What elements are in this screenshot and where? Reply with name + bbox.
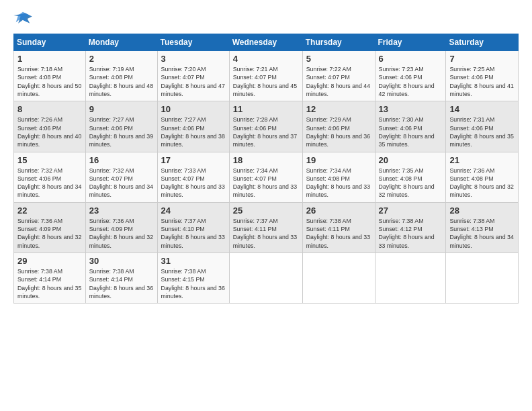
day-info: Sunrise: 7:34 AMSunset: 4:08 PMDaylight:…	[306, 167, 371, 199]
logo	[13, 11, 34, 27]
day-number: 26	[306, 205, 371, 216]
day-info: Sunrise: 7:23 AMSunset: 4:06 PMDaylight:…	[379, 65, 443, 98]
day-cell-15: 15Sunrise: 7:32 AMSunset: 4:06 PMDayligh…	[14, 152, 86, 202]
day-number: 23	[89, 205, 154, 216]
header-sunday: Sunday	[14, 34, 86, 51]
day-number: 14	[449, 104, 515, 114]
day-info: Sunrise: 7:18 AMSunset: 4:08 PMDaylight:…	[17, 65, 82, 98]
day-info: Sunrise: 7:25 AMSunset: 4:06 PMDaylight:…	[449, 65, 515, 98]
header-row: SundayMondayTuesdayWednesdayThursdayFrid…	[14, 34, 519, 51]
day-number: 29	[17, 256, 82, 266]
day-cell-11: 11Sunrise: 7:28 AMSunset: 4:06 PMDayligh…	[229, 101, 302, 152]
day-number: 17	[161, 155, 226, 165]
logo-icon	[13, 11, 34, 27]
day-info: Sunrise: 7:27 AMSunset: 4:06 PMDaylight:…	[89, 116, 154, 148]
day-cell-22: 22Sunrise: 7:36 AMSunset: 4:09 PMDayligh…	[14, 202, 86, 253]
day-cell-1: 1Sunrise: 7:18 AMSunset: 4:08 PMDaylight…	[14, 51, 86, 101]
day-number: 15	[17, 155, 82, 165]
day-number: 28	[449, 205, 515, 216]
day-cell-9: 9Sunrise: 7:27 AMSunset: 4:06 PMDaylight…	[85, 101, 157, 152]
header	[13, 11, 519, 27]
header-thursday: Thursday	[302, 34, 375, 51]
day-number: 16	[89, 155, 154, 165]
empty-cell	[302, 253, 375, 304]
day-info: Sunrise: 7:36 AMSunset: 4:09 PMDaylight:…	[17, 217, 82, 250]
day-cell-21: 21Sunrise: 7:36 AMSunset: 4:08 PMDayligh…	[446, 152, 519, 202]
day-number: 13	[379, 104, 443, 114]
day-number: 18	[233, 155, 299, 165]
calendar-header: SundayMondayTuesdayWednesdayThursdayFrid…	[14, 34, 519, 51]
day-info: Sunrise: 7:21 AMSunset: 4:07 PMDaylight:…	[233, 65, 299, 98]
day-cell-8: 8Sunrise: 7:26 AMSunset: 4:06 PMDaylight…	[14, 101, 86, 152]
header-wednesday: Wednesday	[229, 34, 302, 51]
day-number: 5	[306, 54, 371, 64]
week-row-5: 29Sunrise: 7:38 AMSunset: 4:14 PMDayligh…	[14, 253, 519, 304]
day-cell-6: 6Sunrise: 7:23 AMSunset: 4:06 PMDaylight…	[375, 51, 446, 101]
day-info: Sunrise: 7:28 AMSunset: 4:06 PMDaylight:…	[233, 116, 299, 148]
day-info: Sunrise: 7:38 AMSunset: 4:14 PMDaylight:…	[17, 267, 82, 300]
header-monday: Monday	[85, 34, 157, 51]
day-cell-23: 23Sunrise: 7:36 AMSunset: 4:09 PMDayligh…	[85, 202, 157, 253]
day-cell-28: 28Sunrise: 7:38 AMSunset: 4:13 PMDayligh…	[446, 202, 519, 253]
day-info: Sunrise: 7:22 AMSunset: 4:07 PMDaylight:…	[306, 65, 371, 98]
day-number: 7	[449, 54, 515, 64]
day-number: 30	[89, 256, 154, 266]
day-cell-2: 2Sunrise: 7:19 AMSunset: 4:08 PMDaylight…	[85, 51, 157, 101]
page: SundayMondayTuesdayWednesdayThursdayFrid…	[0, 0, 532, 411]
day-number: 10	[161, 104, 226, 114]
day-number: 24	[161, 205, 226, 216]
day-cell-16: 16Sunrise: 7:32 AMSunset: 4:07 PMDayligh…	[85, 152, 157, 202]
day-info: Sunrise: 7:19 AMSunset: 4:08 PMDaylight:…	[89, 65, 154, 98]
day-info: Sunrise: 7:32 AMSunset: 4:06 PMDaylight:…	[17, 167, 82, 199]
header-tuesday: Tuesday	[157, 34, 229, 51]
day-info: Sunrise: 7:31 AMSunset: 4:06 PMDaylight:…	[449, 116, 515, 148]
day-info: Sunrise: 7:36 AMSunset: 4:09 PMDaylight:…	[89, 217, 154, 250]
empty-cell	[375, 253, 446, 304]
day-cell-5: 5Sunrise: 7:22 AMSunset: 4:07 PMDaylight…	[302, 51, 375, 101]
day-number: 3	[161, 54, 226, 64]
day-info: Sunrise: 7:20 AMSunset: 4:07 PMDaylight:…	[161, 65, 226, 98]
day-number: 20	[379, 155, 443, 165]
week-row-2: 8Sunrise: 7:26 AMSunset: 4:06 PMDaylight…	[14, 101, 519, 152]
day-info: Sunrise: 7:27 AMSunset: 4:06 PMDaylight:…	[161, 116, 226, 148]
day-cell-27: 27Sunrise: 7:38 AMSunset: 4:12 PMDayligh…	[375, 202, 446, 253]
day-cell-19: 19Sunrise: 7:34 AMSunset: 4:08 PMDayligh…	[302, 152, 375, 202]
day-info: Sunrise: 7:37 AMSunset: 4:11 PMDaylight:…	[233, 217, 299, 250]
day-number: 25	[233, 205, 299, 216]
empty-cell	[229, 253, 302, 304]
day-number: 22	[17, 205, 82, 216]
day-info: Sunrise: 7:38 AMSunset: 4:15 PMDaylight:…	[161, 267, 226, 300]
day-number: 21	[449, 155, 515, 165]
day-info: Sunrise: 7:29 AMSunset: 4:06 PMDaylight:…	[306, 116, 371, 148]
day-cell-17: 17Sunrise: 7:33 AMSunset: 4:07 PMDayligh…	[157, 152, 229, 202]
day-cell-29: 29Sunrise: 7:38 AMSunset: 4:14 PMDayligh…	[14, 253, 86, 304]
day-cell-12: 12Sunrise: 7:29 AMSunset: 4:06 PMDayligh…	[302, 101, 375, 152]
day-cell-30: 30Sunrise: 7:38 AMSunset: 4:14 PMDayligh…	[85, 253, 157, 304]
day-cell-4: 4Sunrise: 7:21 AMSunset: 4:07 PMDaylight…	[229, 51, 302, 101]
day-info: Sunrise: 7:38 AMSunset: 4:12 PMDaylight:…	[379, 217, 443, 250]
day-cell-13: 13Sunrise: 7:30 AMSunset: 4:06 PMDayligh…	[375, 101, 446, 152]
day-cell-10: 10Sunrise: 7:27 AMSunset: 4:06 PMDayligh…	[157, 101, 229, 152]
day-info: Sunrise: 7:33 AMSunset: 4:07 PMDaylight:…	[161, 167, 226, 199]
day-number: 11	[233, 104, 299, 114]
logo-bird-icon	[13, 11, 32, 27]
calendar-table: SundayMondayTuesdayWednesdayThursdayFrid…	[13, 34, 519, 304]
day-number: 1	[17, 54, 82, 64]
calendar-body: 1Sunrise: 7:18 AMSunset: 4:08 PMDaylight…	[14, 51, 519, 304]
day-number: 19	[306, 155, 371, 165]
day-info: Sunrise: 7:38 AMSunset: 4:11 PMDaylight:…	[306, 217, 371, 250]
day-cell-7: 7Sunrise: 7:25 AMSunset: 4:06 PMDaylight…	[446, 51, 519, 101]
day-info: Sunrise: 7:30 AMSunset: 4:06 PMDaylight:…	[379, 116, 443, 148]
day-number: 4	[233, 54, 299, 64]
day-cell-20: 20Sunrise: 7:35 AMSunset: 4:08 PMDayligh…	[375, 152, 446, 202]
day-info: Sunrise: 7:26 AMSunset: 4:06 PMDaylight:…	[17, 116, 82, 148]
day-cell-18: 18Sunrise: 7:34 AMSunset: 4:07 PMDayligh…	[229, 152, 302, 202]
day-info: Sunrise: 7:37 AMSunset: 4:10 PMDaylight:…	[161, 217, 226, 250]
week-row-3: 15Sunrise: 7:32 AMSunset: 4:06 PMDayligh…	[14, 152, 519, 202]
day-info: Sunrise: 7:38 AMSunset: 4:13 PMDaylight:…	[449, 217, 515, 250]
empty-cell	[446, 253, 519, 304]
day-number: 6	[379, 54, 443, 64]
day-number: 9	[89, 104, 154, 114]
day-info: Sunrise: 7:32 AMSunset: 4:07 PMDaylight:…	[89, 167, 154, 199]
day-cell-3: 3Sunrise: 7:20 AMSunset: 4:07 PMDaylight…	[157, 51, 229, 101]
